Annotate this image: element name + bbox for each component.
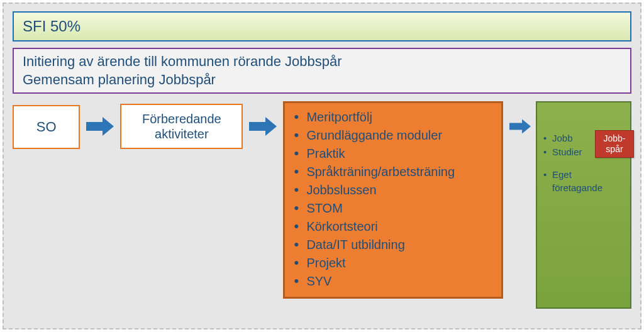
activity-item: Jobbslussen [294, 181, 492, 199]
planning-banner: Initiering av ärende till kommunen röran… [13, 48, 631, 94]
svg-marker-2 [509, 119, 531, 134]
activities-list: Meritportfölj Grundläggande moduler Prak… [294, 108, 492, 290]
diagram-frame: SFI 50% Initiering av ärende till kommun… [3, 3, 641, 329]
activity-item: Körkortsteori [294, 218, 492, 236]
outcome-item: Eget företagande [543, 168, 624, 196]
outcomes-list-2: Eget företagande [543, 168, 624, 196]
svg-marker-0 [86, 117, 114, 136]
prep-activities-box: Förberedande aktiviteter [120, 104, 243, 149]
arrow-2-wrap [249, 101, 277, 152]
jobbspar-badge: Jobb-spår [595, 130, 634, 158]
outcomes-box: Jobb Studier Eget företagande Jobb-spår [536, 101, 631, 309]
arrow-right-icon [249, 117, 277, 136]
so-label: SO [36, 119, 57, 135]
arrow-right-icon [86, 117, 114, 136]
activity-item: Praktik [294, 145, 492, 163]
planning-line-1: Initiering av ärende till kommunen röran… [23, 53, 621, 71]
activity-item: Språkträning/arbetsträning [294, 163, 492, 181]
activity-item: Grundläggande moduler [294, 126, 492, 145]
activity-item: STOM [294, 199, 492, 218]
arrow-right-icon [509, 119, 531, 134]
activity-item: Projekt [294, 254, 492, 272]
activity-item: SYV [294, 272, 492, 290]
arrow-3-wrap [509, 101, 531, 152]
activities-box: Meritportfölj Grundläggande moduler Prak… [283, 101, 503, 299]
so-box: SO [13, 105, 80, 149]
flow-row: SO Förberedande aktiviteter Meritportföl… [13, 101, 631, 309]
svg-marker-1 [249, 117, 277, 136]
outcomes-wrap: Jobb Studier Eget företagande Jobb-spår [509, 101, 631, 309]
prep-label: Förberedande aktiviteter [124, 111, 239, 141]
planning-line-2: Gemensam planering Jobbspår [23, 71, 621, 89]
arrow-1-wrap [86, 101, 114, 152]
activity-item: Data/IT utbildning [294, 236, 492, 254]
badge-label: Jobb-spår [596, 133, 633, 155]
top-banner: SFI 50% [13, 11, 631, 42]
outcomes-gap [543, 159, 624, 168]
activity-item: Meritportfölj [294, 108, 492, 126]
top-banner-title: SFI 50% [23, 18, 80, 35]
